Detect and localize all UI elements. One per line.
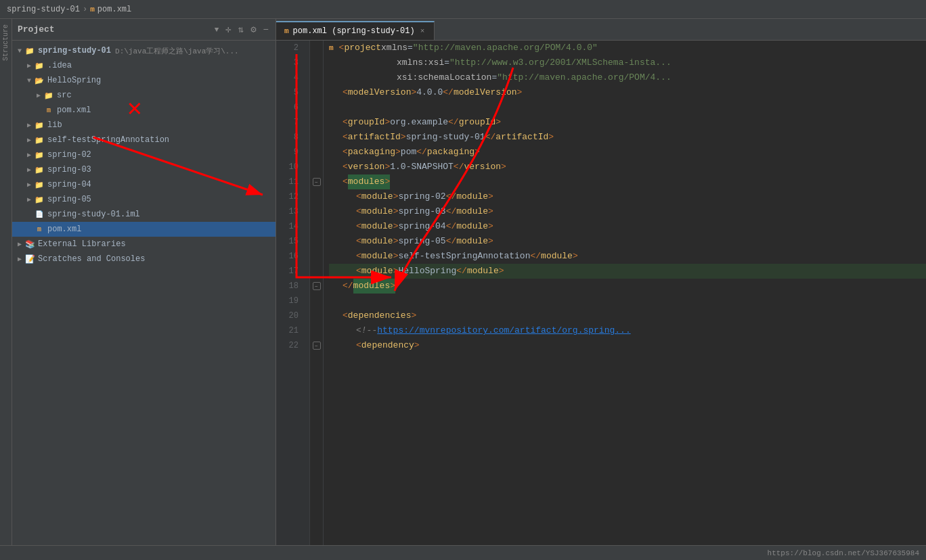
settings-icon[interactable]: ⚙ xyxy=(249,22,257,37)
ln-16: 16 xyxy=(276,249,304,264)
iml-icon: 📄 xyxy=(34,209,45,220)
ln-5: 5 xyxy=(276,85,304,100)
label-spring02: spring-02 xyxy=(47,150,91,160)
ln-10: 10 xyxy=(276,160,304,174)
folder-icon-root: 📁 xyxy=(24,45,35,56)
fold-btn-18[interactable]: − xyxy=(310,279,323,294)
label-iml: spring-study-01.iml xyxy=(47,210,140,219)
arrow-selftest: ▶ xyxy=(24,135,34,145)
title-file: m pom.xml xyxy=(90,5,131,14)
code-line-3: xmlns:xsi="http://www.w3.org/2001/XMLSch… xyxy=(329,55,926,70)
arrow-root: ▼ xyxy=(15,46,24,55)
ln-13: 13 xyxy=(276,204,304,219)
folder-icon-hellospring: 📂 xyxy=(34,75,45,86)
arrow-idea: ▶ xyxy=(24,61,34,70)
ln-19: 19 xyxy=(276,294,304,308)
label-pom-root: pom.xml xyxy=(47,225,81,234)
code-line-17: <module> HelloSpring </module> xyxy=(329,264,926,279)
label-selftest: self-testSpringAnnotation xyxy=(47,135,169,145)
code-line-9: <packaging> pom </packaging> xyxy=(329,145,926,160)
label-lib: lib xyxy=(47,120,62,130)
tree-item-pom-hello[interactable]: m pom.xml ✕ xyxy=(12,103,275,118)
add-icon[interactable]: ✛ xyxy=(224,22,232,37)
code-line-19 xyxy=(329,294,926,308)
tab-close-btn[interactable]: × xyxy=(419,26,426,36)
ln-2: 2 xyxy=(276,41,304,55)
code-line-4: xsi:schemaLocation="http://maven.apache.… xyxy=(329,70,926,85)
code-line-22: <dependency> xyxy=(329,338,926,353)
tab-bar: m pom.xml (spring-study-01) × xyxy=(276,19,926,41)
main-area: Structure Project ▼ ✛ ⇅ ⚙ − ▼ 📁 spring-s… xyxy=(0,19,926,545)
ln-9: 9 xyxy=(276,145,304,160)
tree-item-scratches[interactable]: ▶ 📝 Scratches and Consoles xyxy=(12,252,275,266)
folder-icon-lib: 📁 xyxy=(34,120,45,131)
title-sep: › xyxy=(83,5,87,14)
fold-btn-11[interactable]: − xyxy=(310,174,323,189)
structure-label: Structure xyxy=(2,19,9,66)
ln-8: 8 xyxy=(276,130,304,145)
folder-icon-spring04: 📁 xyxy=(34,179,45,190)
project-panel: Project ▼ ✛ ⇅ ⚙ − ▼ 📁 spring-study-01 D:… xyxy=(12,19,276,545)
fold-btn-22[interactable]: − xyxy=(310,338,323,353)
gutter: − − − xyxy=(310,41,324,545)
arrow-spring05: ▶ xyxy=(24,195,34,204)
code-line-11: <modules> xyxy=(329,174,926,189)
tree-item-src[interactable]: ▶ 📁 src xyxy=(12,88,275,103)
label-spring05: spring-05 xyxy=(47,195,91,204)
ln-7: 7 xyxy=(276,115,304,130)
label-hellospring: HelloSpring xyxy=(47,76,101,85)
line-numbers: 2 3 4 5 6 7 8 9 10 11 12 13 14 15 16 17 … xyxy=(276,41,310,545)
ln-3: 3 xyxy=(276,55,304,70)
code-editor: 2 3 4 5 6 7 8 9 10 11 12 13 14 15 16 17 … xyxy=(276,41,926,545)
folder-icon-selftest: 📁 xyxy=(34,135,45,145)
code-line-20: <dependencies> xyxy=(329,308,926,323)
tab-pom-xml[interactable]: m pom.xml (spring-study-01) × xyxy=(276,21,435,40)
label-root-path: D:\java工程师之路\java学习\... xyxy=(115,46,239,56)
tree-item-external-libs[interactable]: ▶ 📚 External Libraries xyxy=(12,237,275,252)
blog-url: https://blog.csdn.net/YSJ367635984 xyxy=(768,549,919,557)
folder-icon-spring02: 📁 xyxy=(34,149,45,160)
scratch-icon: 📝 xyxy=(24,254,35,264)
tree-item-pom-root[interactable]: m pom.xml xyxy=(12,222,275,237)
arrow-scratches: ▶ xyxy=(15,254,24,264)
title-bar: spring-study-01 › m pom.xml xyxy=(0,0,926,19)
sync-icon[interactable]: ⇅ xyxy=(237,22,245,37)
tree-item-spring03[interactable]: ▶ 📁 spring-03 xyxy=(12,162,275,177)
tree-item-idea[interactable]: ▶ 📁 .idea xyxy=(12,58,275,73)
ln-6: 6 xyxy=(276,100,304,115)
tree-item-root[interactable]: ▼ 📁 spring-study-01 D:\java工程师之路\java学习\… xyxy=(12,43,275,58)
panel-dropdown-icon[interactable]: ▼ xyxy=(215,26,219,34)
code-line-13: <module> spring-03 </module> xyxy=(329,204,926,219)
ln-18: 18 xyxy=(276,279,304,294)
tree-item-hellospring[interactable]: ▼ 📂 HelloSpring xyxy=(12,73,275,88)
tree-item-spring04[interactable]: ▶ 📁 spring-04 xyxy=(12,177,275,192)
arrow-iml xyxy=(24,210,34,219)
code-line-8: <artifactId> spring-study-01 </artifactI… xyxy=(329,130,926,145)
tree-item-spring02[interactable]: ▶ 📁 spring-02 xyxy=(12,147,275,162)
tree-item-spring05[interactable]: ▶ 📁 spring-05 xyxy=(12,192,275,207)
minimize-icon[interactable]: − xyxy=(262,23,270,37)
label-pom-hello: pom.xml xyxy=(57,106,91,115)
arrow-lib: ▶ xyxy=(24,120,34,130)
code-line-16: <module> self-testSpringAnnotation </mod… xyxy=(329,249,926,264)
ln-4: 4 xyxy=(276,70,304,85)
code-content[interactable]: m <project xmlns="http://maven.apache.or… xyxy=(324,41,926,545)
folder-icon-idea: 📁 xyxy=(34,60,45,71)
ln-22: 22 xyxy=(276,338,304,353)
tab-icon: m xyxy=(284,27,289,35)
tree-item-selftest[interactable]: ▶ 📁 self-testSpringAnnotation xyxy=(12,133,275,147)
panel-header: Project ▼ ✛ ⇅ ⚙ − xyxy=(12,19,275,41)
xml-icon-pom-root: m xyxy=(34,224,45,235)
code-line-18: </modules> xyxy=(329,279,926,294)
tree-item-iml[interactable]: 📄 spring-study-01.iml xyxy=(12,207,275,222)
label-idea: .idea xyxy=(47,61,72,70)
arrow-external-libs: ▶ xyxy=(15,239,24,249)
title-project: spring-study-01 xyxy=(7,5,80,14)
folder-icon-src: 📁 xyxy=(43,90,54,101)
tree-item-lib[interactable]: ▶ 📁 lib xyxy=(12,118,275,133)
arrow-hellospring: ▼ xyxy=(24,76,34,85)
ln-12: 12 xyxy=(276,189,304,204)
arrow-spring02: ▶ xyxy=(24,150,34,160)
code-line-14: <module> spring-04 </module> xyxy=(329,219,926,234)
code-line-6 xyxy=(329,100,926,115)
